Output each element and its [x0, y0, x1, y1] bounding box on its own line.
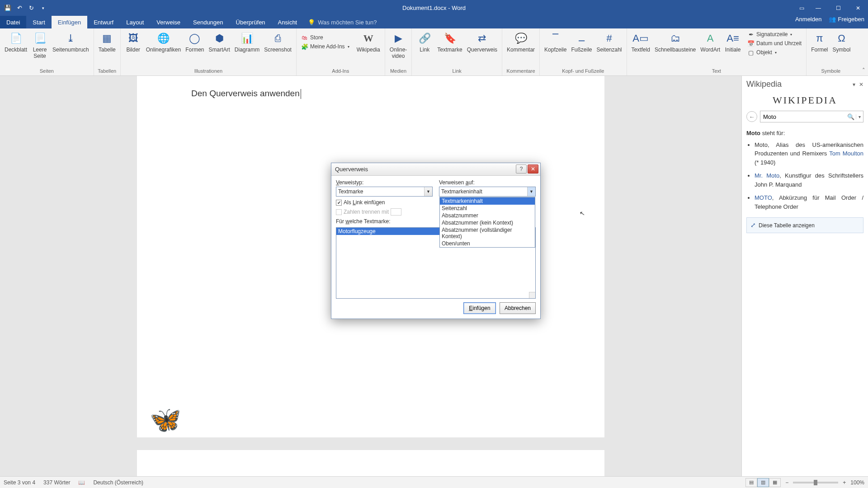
maximize-icon[interactable]: ☐: [828, 0, 848, 16]
watermark-icon: 🦋: [150, 405, 181, 435]
collapse-ribbon-icon[interactable]: ˄: [862, 67, 865, 74]
tab-sendungen[interactable]: Sendungen: [187, 16, 230, 28]
tab-file[interactable]: Datei: [0, 16, 26, 28]
btn-formen[interactable]: ◯Formen: [184, 30, 206, 54]
chevron-down-icon: ▼: [424, 187, 432, 196]
addins-icon: 🧩: [301, 43, 308, 50]
dropdown-option[interactable]: Seitenzahl: [440, 205, 535, 212]
btn-symbol[interactable]: ΩSymbol: [830, 30, 852, 54]
status-language[interactable]: Deutsch (Österreich): [93, 479, 143, 486]
btn-datum-uhrzeit[interactable]: 📅Datum und Uhrzeit: [745, 39, 803, 47]
btn-initiale[interactable]: A≡Initiale: [723, 30, 743, 54]
btn-fusszeile[interactable]: ⎽Fußzeile: [569, 30, 594, 54]
dialog-close-button[interactable]: ✕: [528, 164, 538, 174]
zoom-out-button[interactable]: −: [785, 479, 788, 486]
save-icon[interactable]: 💾: [2, 2, 14, 14]
undo-icon[interactable]: ↶: [14, 2, 25, 14]
view-read-mode[interactable]: ▤: [745, 478, 757, 487]
dropdown-option[interactable]: Absatznummer (kein Kontext): [440, 219, 535, 226]
search-dropdown-icon[interactable]: ▾: [856, 114, 863, 119]
group-medien: ▶Online- video Medien: [385, 28, 412, 75]
wiki-link[interactable]: Tom Moulton: [829, 150, 863, 157]
btn-formel[interactable]: πFormel: [809, 30, 830, 54]
btn-textmarke[interactable]: 🔖Textmarke: [435, 30, 464, 54]
btn-seitenumbruch[interactable]: ⤓Seitenumbruch: [51, 30, 91, 61]
insert-as-link-checkbox[interactable]: ✔ Als Link einfügen: [336, 199, 433, 206]
dropdown-option[interactable]: Absatznummer: [440, 212, 535, 219]
btn-wordart[interactable]: AWordArt: [698, 30, 722, 54]
qat-customize-icon[interactable]: ▾: [37, 2, 49, 14]
zoom-level[interactable]: 100%: [850, 479, 864, 486]
insert-button[interactable]: Einfügen: [463, 302, 496, 314]
tell-me-search[interactable]: 💡 Was möchten Sie tun?: [308, 16, 377, 28]
view-print-layout[interactable]: ▥: [757, 478, 769, 487]
wiki-back-button[interactable]: ←: [746, 111, 757, 122]
btn-seitenzahl[interactable]: #Seitenzahl: [594, 30, 623, 54]
ref-type-combo[interactable]: Textmarke ▼: [336, 187, 433, 197]
btn-store[interactable]: 🛍Store: [299, 33, 325, 42]
btn-my-addins[interactable]: 🧩Meine Add-Ins▾: [299, 42, 351, 51]
btn-kopfzeile[interactable]: ⎺Kopfzeile: [542, 30, 568, 54]
textbox-icon: A▭: [633, 31, 648, 46]
btn-querverweis[interactable]: ⇄Querverweis: [465, 30, 499, 54]
close-window-icon[interactable]: ✕: [848, 0, 868, 16]
btn-bilder[interactable]: 🖼Bilder: [123, 30, 143, 54]
cancel-button[interactable]: Abbrechen: [500, 302, 536, 314]
btn-deckblatt[interactable]: 📄Deckblatt: [3, 30, 29, 61]
tab-entwurf[interactable]: Entwurf: [87, 16, 120, 28]
sign-in-link[interactable]: Anmelden: [795, 16, 822, 23]
ribbon-display-options-icon[interactable]: ▭: [795, 0, 808, 16]
btn-onlinegrafiken[interactable]: 🌐Onlinegrafiken: [144, 30, 183, 54]
btn-link[interactable]: 🔗Link: [415, 30, 434, 54]
pane-close-icon[interactable]: ✕: [859, 81, 863, 88]
tab-ueberpruefen[interactable]: Überprüfen: [230, 16, 272, 28]
wiki-show-table-button[interactable]: ⤢ Diese Tabelle anzeigen: [746, 217, 863, 233]
btn-textfeld[interactable]: A▭Textfeld: [630, 30, 652, 54]
group-symbole: πFormel ΩSymbol Symbole: [807, 28, 855, 75]
search-icon[interactable]: 🔍: [846, 113, 856, 120]
zoom-slider[interactable]: [793, 482, 838, 483]
tab-verweise[interactable]: Verweise: [150, 16, 187, 28]
dialog-help-button[interactable]: ?: [516, 164, 527, 174]
dialog-titlebar[interactable]: Querverweis ? ✕: [331, 163, 540, 176]
screenshot-icon: ⎙: [271, 31, 285, 46]
view-mode-switcher: ▤ ▥ ▦: [745, 478, 781, 487]
insert-ref-to-combo[interactable]: Textmarkeninhalt ▼ Textmarkeninhalt Seit…: [439, 187, 536, 197]
wiki-link[interactable]: Mr. Moto: [755, 172, 779, 179]
btn-screenshot[interactable]: ⎙Screenshot: [262, 30, 293, 54]
tab-einfuegen[interactable]: Einfügen: [52, 16, 87, 28]
zoom-in-button[interactable]: +: [843, 479, 846, 486]
dropdown-option[interactable]: Oben/unten: [440, 240, 535, 247]
redo-icon[interactable]: ↻: [25, 2, 37, 14]
btn-schnellbausteine[interactable]: 🗂Schnellbausteine: [653, 30, 698, 54]
tab-start[interactable]: Start: [26, 16, 51, 28]
status-proofing-icon[interactable]: 📖: [78, 479, 85, 486]
cover-page-icon: 📄: [9, 31, 23, 46]
status-word-count[interactable]: 337 Wörter: [43, 479, 70, 486]
btn-leere-seite[interactable]: 📃Leere Seite: [30, 30, 50, 61]
tab-ansicht[interactable]: Ansicht: [272, 16, 304, 28]
tab-layout[interactable]: Layout: [120, 16, 150, 28]
btn-online-video[interactable]: ▶Online- video: [388, 30, 409, 61]
status-page[interactable]: Seite 3 von 4: [4, 479, 35, 486]
view-web-layout[interactable]: ▦: [769, 478, 781, 487]
arrow-left-icon: ←: [749, 113, 755, 120]
document-page-next[interactable]: [137, 450, 604, 476]
pane-dropdown-icon[interactable]: ▾: [853, 81, 855, 88]
wiki-result-item: Mr. Moto, Kunstfigur des Schriftstellers…: [755, 171, 863, 189]
dropdown-option[interactable]: Absatznummer (vollständiger Kontext): [440, 226, 535, 240]
minimize-icon[interactable]: —: [808, 0, 828, 16]
btn-smartart[interactable]: ⬢SmartArt: [207, 30, 232, 54]
btn-signaturzeile[interactable]: ✒Signaturzeile▾: [745, 30, 794, 38]
dropdown-option[interactable]: Textmarkeninhalt: [440, 197, 535, 205]
wiki-search-box[interactable]: 🔍 ▾: [760, 111, 863, 122]
btn-diagramm[interactable]: 📊Diagramm: [233, 30, 261, 54]
btn-wikipedia[interactable]: WWikipedia: [355, 30, 382, 54]
wiki-search-input[interactable]: [760, 113, 846, 120]
btn-kommentar[interactable]: 💬Kommentar: [505, 30, 537, 54]
slider-thumb[interactable]: [814, 480, 817, 485]
btn-tabelle[interactable]: ▦Tabelle: [97, 30, 118, 54]
share-button[interactable]: 👥Freigeben: [829, 16, 864, 23]
wiki-link[interactable]: MOTO: [755, 194, 772, 201]
btn-objekt[interactable]: ▢Objekt▾: [745, 48, 778, 56]
